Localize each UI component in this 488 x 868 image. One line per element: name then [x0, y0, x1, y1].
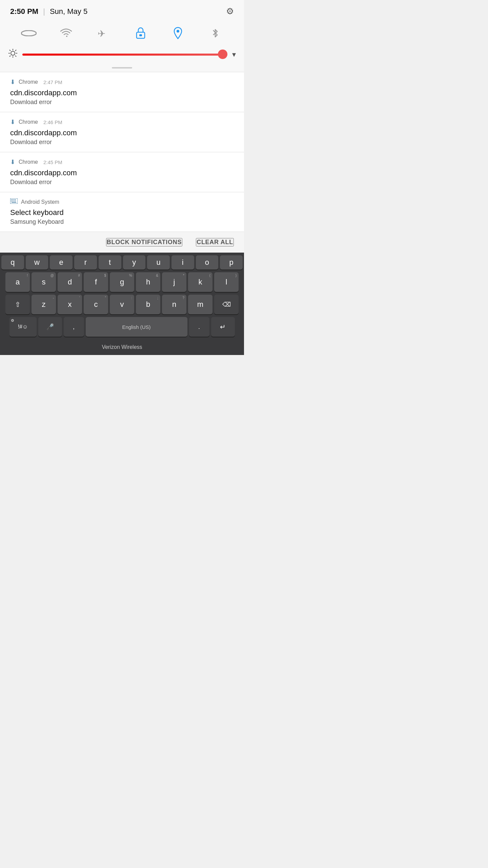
key-n[interactable]: ?n	[162, 295, 186, 314]
quick-settings-bar: ✈	[0, 21, 244, 46]
status-time: 2:50 PM	[10, 7, 38, 16]
brightness-icon	[8, 48, 18, 60]
space-key[interactable]: English (US)	[86, 317, 187, 337]
svg-point-5	[11, 51, 15, 55]
bluetooth-icon[interactable]	[205, 25, 225, 42]
key-c[interactable]: "c	[84, 295, 108, 314]
svg-rect-22	[15, 201, 16, 201]
notif-body: Samsung Keyboard	[10, 218, 234, 225]
svg-rect-21	[14, 201, 15, 201]
key-z[interactable]: -z	[32, 295, 56, 314]
notif-body: Download error	[10, 99, 234, 106]
notif-app-name: Android System	[21, 199, 59, 205]
brightness-expand-icon[interactable]: ▾	[232, 50, 236, 59]
notifications-panel: ⬇ Chrome 2:47 PM cdn.discordapp.com Down…	[0, 72, 244, 232]
svg-rect-15	[11, 199, 12, 200]
keyboard-row-3: ⇧ -z 'x "c :v ;b ?n m ⌫	[1, 295, 243, 314]
key-j[interactable]: *j	[162, 272, 186, 292]
key-k[interactable]: (k	[188, 272, 212, 292]
signal-icon[interactable]	[19, 25, 39, 42]
carrier-label: Verizon Wireless	[102, 344, 142, 350]
brightness-slider[interactable]	[22, 53, 227, 56]
block-notifications-button[interactable]: BLOCK NOTIFICATIONS	[106, 238, 182, 246]
return-key[interactable]: ↵	[211, 317, 235, 337]
key-g[interactable]: %g	[110, 272, 134, 292]
svg-rect-20	[12, 201, 13, 201]
key-e[interactable]: e	[50, 255, 73, 270]
airplane-icon[interactable]: ✈	[93, 25, 114, 42]
notif-body: Download error	[10, 139, 234, 146]
screen-lock-icon[interactable]	[130, 25, 151, 42]
wifi-icon[interactable]	[56, 25, 76, 42]
location-icon[interactable]	[168, 25, 188, 42]
carrier-bar: Verizon Wireless	[0, 342, 244, 355]
key-y[interactable]: y	[123, 255, 146, 270]
key-v[interactable]: :v	[110, 295, 134, 314]
notif-time: 2:47 PM	[43, 79, 62, 85]
notif-time: 2:46 PM	[43, 119, 62, 125]
notification-item[interactable]: ⬇ Chrome 2:47 PM cdn.discordapp.com Down…	[0, 72, 244, 112]
svg-text:✈: ✈	[98, 28, 105, 39]
key-i[interactable]: i	[171, 255, 194, 270]
key-a[interactable]: !a	[5, 272, 30, 292]
key-w[interactable]: w	[26, 255, 48, 270]
key-t[interactable]: t	[99, 255, 121, 270]
key-u[interactable]: u	[147, 255, 170, 270]
brightness-row: ▾	[0, 46, 244, 65]
key-s[interactable]: @s	[32, 272, 56, 292]
settings-icon[interactable]: ⚙	[226, 6, 234, 16]
notif-title: cdn.discordapp.com	[10, 169, 234, 177]
key-b[interactable]: ;b	[136, 295, 160, 314]
keyboard: q w e r t y u i o p !a @s #d $f %g &h *j…	[0, 253, 244, 342]
key-l[interactable]: )l	[214, 272, 239, 292]
keyboard-row-bottom: ⚙ !#☺ 🎤 , English (US) . ↵	[1, 317, 243, 337]
notification-item[interactable]: ⬇ Chrome 2:46 PM cdn.discordapp.com Down…	[0, 112, 244, 152]
key-m[interactable]: m	[188, 295, 212, 314]
keyboard-icon	[10, 198, 18, 205]
backspace-key[interactable]: ⌫	[214, 295, 239, 314]
key-r[interactable]: r	[74, 255, 97, 270]
notifications-bottom-bar: BLOCK NOTIFICATIONS CLEAR ALL	[0, 232, 244, 253]
notif-app-name: Chrome	[19, 159, 38, 165]
key-p[interactable]: p	[220, 255, 243, 270]
key-x[interactable]: 'x	[58, 295, 82, 314]
svg-line-10	[9, 50, 11, 51]
svg-rect-17	[14, 199, 15, 200]
period-key[interactable]: .	[189, 317, 209, 337]
download-icon: ⬇	[10, 118, 15, 126]
drag-handle[interactable]	[0, 65, 244, 72]
svg-rect-19	[11, 201, 12, 201]
svg-rect-18	[15, 199, 16, 200]
shift-key[interactable]: ⇧	[5, 295, 30, 314]
svg-point-0	[21, 31, 36, 36]
notif-title: cdn.discordapp.com	[10, 88, 234, 97]
key-o[interactable]: o	[196, 255, 219, 270]
comma-key[interactable]: ,	[64, 317, 84, 337]
key-h[interactable]: &h	[136, 272, 160, 292]
status-date: Sun, May 5	[50, 7, 87, 16]
key-f[interactable]: $f	[84, 272, 108, 292]
svg-line-12	[15, 50, 16, 51]
download-icon: ⬇	[10, 158, 15, 166]
key-d[interactable]: #d	[58, 272, 82, 292]
status-bar: 2:50 PM | Sun, May 5 ⚙	[0, 0, 244, 21]
notif-app-name: Chrome	[19, 119, 38, 125]
symbols-key[interactable]: ⚙ !#☺	[9, 317, 37, 337]
notif-title: Select keyboard	[10, 208, 234, 217]
clear-all-button[interactable]: CLEAR ALL	[196, 238, 234, 246]
notif-title: cdn.discordapp.com	[10, 129, 234, 137]
keyboard-row-top: q w e r t y u i o p	[1, 255, 243, 270]
key-q[interactable]: q	[1, 255, 24, 270]
svg-point-4	[177, 30, 179, 33]
keyboard-row-2: !a @s #d $f %g &h *j (k )l	[1, 272, 243, 292]
notif-body: Download error	[10, 179, 234, 186]
svg-line-11	[15, 56, 16, 57]
download-icon: ⬇	[10, 78, 15, 86]
notif-time: 2:45 PM	[43, 159, 62, 165]
svg-rect-23	[12, 202, 16, 203]
notif-app-name: Chrome	[19, 79, 38, 85]
svg-line-13	[9, 56, 11, 57]
mic-key[interactable]: 🎤	[38, 317, 62, 337]
notification-item-system[interactable]: Android System Select keyboard Samsung K…	[0, 192, 244, 232]
notification-item[interactable]: ⬇ Chrome 2:45 PM cdn.discordapp.com Down…	[0, 152, 244, 192]
